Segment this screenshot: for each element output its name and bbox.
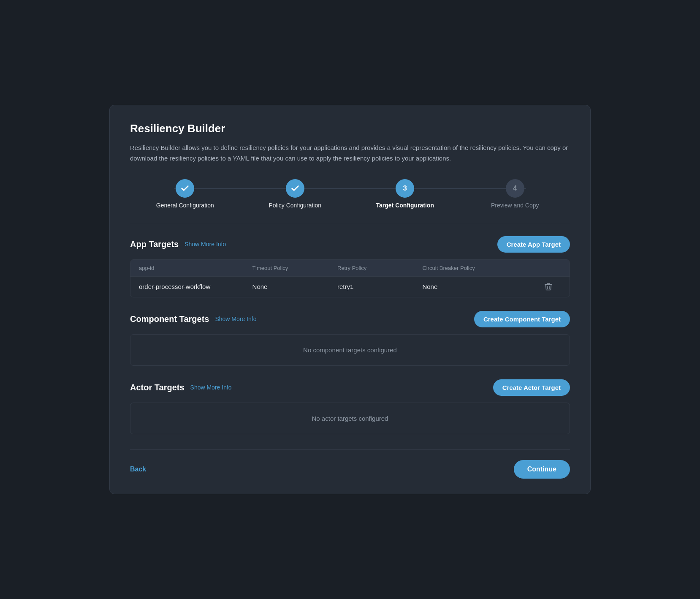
component-targets-title: Component Targets	[130, 314, 209, 324]
create-component-target-button[interactable]: Create Component Target	[474, 311, 570, 327]
component-targets-show-more[interactable]: Show More Info	[215, 316, 256, 322]
col-header-actions	[536, 265, 561, 271]
actor-targets-title-group: Actor Targets Show More Info	[130, 383, 232, 392]
actor-targets-header: Actor Targets Show More Info Create Acto…	[130, 379, 570, 396]
cell-timeout-policy: None	[252, 283, 337, 290]
app-targets-table: app-id Timeout Policy Retry Policy Circu…	[130, 259, 570, 297]
app-targets-header: App Targets Show More Info Create App Ta…	[130, 236, 570, 253]
step-general: General Configuration	[130, 179, 240, 209]
col-header-retry: Retry Policy	[337, 265, 422, 271]
step-preview-label: Preview and Copy	[491, 202, 539, 209]
actor-targets-show-more[interactable]: Show More Info	[190, 384, 232, 391]
create-app-target-button[interactable]: Create App Target	[497, 236, 570, 253]
app-targets-title: App Targets	[130, 240, 179, 249]
cell-circuit-breaker-policy: None	[422, 283, 536, 290]
step-preview: 4 Preview and Copy	[460, 179, 570, 209]
trash-icon	[545, 283, 552, 291]
step-general-label: General Configuration	[156, 202, 214, 209]
step-policy-label: Policy Configuration	[269, 202, 321, 209]
create-actor-target-button[interactable]: Create Actor Target	[493, 379, 570, 396]
step-policy: Policy Configuration	[240, 179, 350, 209]
resiliency-builder-modal: Resiliency Builder Resiliency Builder al…	[109, 105, 591, 494]
component-targets-title-group: Component Targets Show More Info	[130, 314, 256, 324]
back-button[interactable]: Back	[130, 466, 146, 473]
stepper-divider	[130, 224, 570, 224]
actor-targets-empty: No actor targets configured	[130, 403, 570, 434]
app-targets-title-group: App Targets Show More Info	[130, 240, 226, 249]
component-targets-empty: No component targets configured	[130, 334, 570, 366]
actor-targets-title: Actor Targets	[130, 383, 184, 392]
step-general-circle	[176, 179, 194, 198]
table-row: order-processor-workflow None retry1 Non…	[130, 277, 570, 297]
stepper: General Configuration Policy Configurati…	[130, 179, 570, 209]
page-description: Resiliency Builder allows you to define …	[130, 143, 570, 164]
component-targets-section: Component Targets Show More Info Create …	[130, 311, 570, 366]
app-targets-table-header: app-id Timeout Policy Retry Policy Circu…	[130, 260, 570, 277]
delete-app-target-button[interactable]	[536, 283, 561, 291]
cell-retry-policy: retry1	[337, 283, 422, 290]
actor-targets-section: Actor Targets Show More Info Create Acto…	[130, 379, 570, 434]
cell-app-id: order-processor-workflow	[139, 283, 252, 290]
step-target: 3 Target Configuration	[350, 179, 460, 209]
col-header-circuit-breaker: Circuit Breaker Policy	[422, 265, 536, 271]
checkmark-icon-2	[290, 184, 300, 193]
step-preview-circle: 4	[506, 179, 524, 198]
col-header-timeout: Timeout Policy	[252, 265, 337, 271]
app-targets-show-more[interactable]: Show More Info	[184, 241, 226, 248]
app-targets-section: App Targets Show More Info Create App Ta…	[130, 236, 570, 297]
step-target-label: Target Configuration	[376, 202, 434, 209]
footer: Back Continue	[130, 449, 570, 479]
step-policy-circle	[286, 179, 304, 198]
col-header-app-id: app-id	[139, 265, 252, 271]
continue-button[interactable]: Continue	[514, 460, 570, 479]
checkmark-icon	[180, 184, 190, 193]
page-title: Resiliency Builder	[130, 122, 570, 135]
step-target-circle: 3	[396, 179, 414, 198]
component-targets-header: Component Targets Show More Info Create …	[130, 311, 570, 327]
